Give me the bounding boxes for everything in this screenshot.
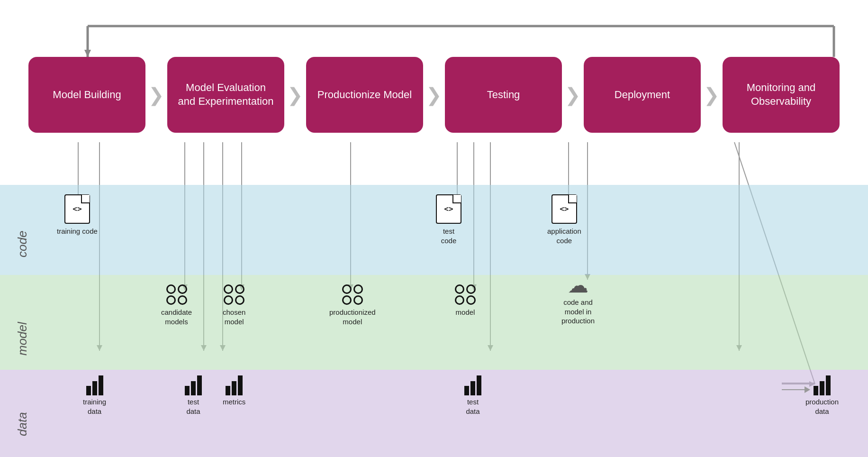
- application-code-icon: <>: [552, 194, 577, 224]
- lane-model-bg: [0, 275, 868, 370]
- process-box-model-evaluation: Model Evaluation and Experimentation: [167, 57, 284, 133]
- lane-code-bg: [0, 185, 868, 275]
- artifact-chosen-model: chosenmodel: [223, 284, 245, 326]
- cloud-icon: ☁: [568, 275, 588, 296]
- lane-label-code: code: [15, 204, 30, 284]
- diagram-container: Model Building ❯ Model Evaluation and Ex…: [0, 0, 868, 457]
- artifact-candidate-models: candidatemodels: [161, 284, 192, 326]
- artifact-metrics: metrics: [223, 375, 245, 407]
- chevron-1: ❯: [145, 85, 167, 104]
- process-box-deployment: Deployment: [584, 57, 701, 133]
- lane-label-model: model: [15, 294, 30, 384]
- model-testing-label: model: [456, 308, 475, 317]
- test-data-test-label: testdata: [466, 397, 479, 416]
- svg-marker-3: [84, 50, 91, 57]
- lane-label-data: data: [15, 384, 30, 457]
- production-data-icon: [814, 375, 831, 395]
- artifact-productionized-model: productionizedmodel: [329, 284, 376, 326]
- chevron-3: ❯: [423, 85, 445, 104]
- process-box-testing: Testing: [445, 57, 562, 133]
- chevron-2: ❯: [284, 85, 306, 104]
- test-code-icon: <>: [436, 194, 461, 224]
- chevron-5: ❯: [701, 85, 723, 104]
- artifact-application-code: <> applicationcode: [547, 194, 581, 245]
- productionized-model-label: productionizedmodel: [329, 308, 376, 326]
- metrics-icon: [226, 375, 243, 395]
- production-data-arrow: [782, 386, 810, 393]
- training-data-label: trainingdata: [83, 397, 106, 416]
- artifact-test-code: <> testcode: [436, 194, 461, 245]
- test-code-label: testcode: [441, 227, 457, 245]
- code-model-production-label: code andmodel inproduction: [561, 298, 595, 326]
- productionized-model-icon: [342, 284, 363, 305]
- process-box-model-building: Model Building: [28, 57, 145, 133]
- lane-data-bg: [0, 370, 868, 457]
- artifact-code-model-production: ☁ code andmodel inproduction: [561, 275, 595, 326]
- artifact-production-data: productiondata: [805, 375, 839, 416]
- test-data-eval-label: testdata: [186, 397, 200, 416]
- artifact-model-testing: model: [455, 284, 476, 317]
- test-data-eval-icon: [185, 375, 202, 395]
- chevron-4: ❯: [562, 85, 584, 104]
- training-code-icon: <>: [64, 194, 90, 224]
- production-data-label: productiondata: [805, 397, 839, 416]
- artifact-training-data: trainingdata: [83, 375, 106, 416]
- artifact-training-code: <> training code: [57, 194, 98, 236]
- candidate-models-icon: [166, 284, 187, 305]
- process-box-monitoring: Monitoring and Observability: [723, 57, 840, 133]
- process-box-productionize: Productionize Model: [306, 57, 423, 133]
- artifact-test-data-eval: testdata: [185, 375, 202, 416]
- artifact-test-data-test: testdata: [464, 375, 481, 416]
- model-testing-icon: [455, 284, 476, 305]
- process-row: Model Building ❯ Model Evaluation and Ex…: [28, 57, 840, 133]
- test-data-test-icon: [464, 375, 481, 395]
- chosen-model-label: chosenmodel: [223, 308, 245, 326]
- metrics-label: metrics: [223, 397, 245, 407]
- application-code-label: applicationcode: [547, 227, 581, 245]
- chosen-model-icon: [224, 284, 244, 305]
- training-code-label: training code: [57, 227, 98, 236]
- training-data-icon: [86, 375, 103, 395]
- candidate-models-label: candidatemodels: [161, 308, 192, 326]
